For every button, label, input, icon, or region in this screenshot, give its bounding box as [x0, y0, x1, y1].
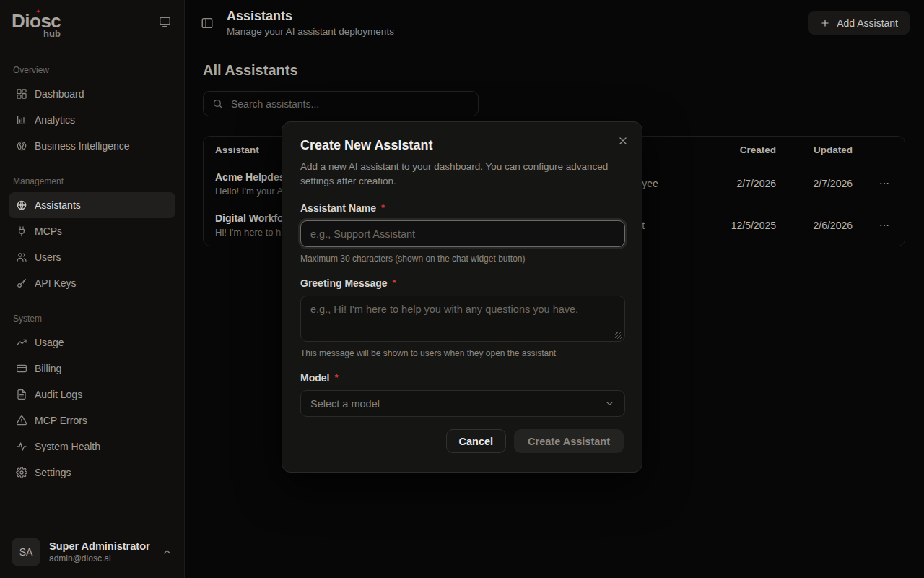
user-menu[interactable]: SA Super Administrator admin@diosc.ai: [0, 526, 184, 578]
created-cell: 2/7/2026: [702, 178, 788, 189]
add-assistant-label: Add Assistant: [837, 17, 898, 29]
model-select-value: Select a model: [310, 398, 380, 410]
chevron-down-icon: [604, 398, 615, 409]
sidebar-item-system-health[interactable]: System Health: [9, 434, 175, 460]
sidebar-item-label: API Keys: [35, 277, 77, 289]
plus-icon: [820, 18, 830, 28]
sidebar-header: Diosc ✦ hub: [9, 12, 175, 46]
sidebar-item-assistants[interactable]: Assistants: [9, 192, 175, 218]
sidebar-item-business-intelligence[interactable]: Business Intelligence: [9, 133, 175, 159]
sidebar-item-settings[interactable]: Settings: [9, 460, 175, 486]
activity-icon: [16, 441, 27, 452]
content-heading: All Assistants: [203, 62, 905, 79]
user-meta: Super Administrator admin@diosc.ai: [49, 540, 153, 564]
row-actions-button[interactable]: [874, 215, 894, 236]
greeting-message-helper: This message will be shown to users when…: [300, 348, 624, 358]
page-title: Assistants: [227, 9, 798, 24]
column-created: Created: [702, 144, 788, 155]
required-asterisk: *: [381, 202, 385, 214]
required-asterisk: *: [393, 277, 396, 289]
sidebar-item-mcp-errors[interactable]: MCP Errors: [9, 407, 175, 434]
page-subtitle: Manage your AI assistant deployments: [227, 26, 798, 37]
sidebar-section-system: System: [13, 314, 171, 324]
updated-cell: 2/7/2026: [788, 178, 864, 189]
create-assistant-modal: Create New Assistant Add a new AI assist…: [282, 121, 642, 473]
sidebar-item-label: MCPs: [35, 225, 62, 237]
column-updated: Updated: [788, 144, 864, 155]
page-header: Assistants Manage your AI assistant depl…: [185, 0, 924, 46]
sidebar-item-label: Audit Logs: [35, 389, 82, 400]
add-assistant-button[interactable]: Add Assistant: [808, 11, 910, 35]
sidebar-item-analytics[interactable]: Analytics: [9, 107, 175, 133]
sidebar-section-management: Management: [13, 176, 171, 186]
modal-title: Create New Assistant: [300, 138, 624, 153]
sidebar: Diosc ✦ hub Overview Dashboard Analytics…: [0, 0, 185, 578]
assistant-name-helper: Maximum 30 characters (shown on the chat…: [300, 254, 624, 264]
sidebar-item-label: Usage: [35, 337, 64, 348]
trending-up-icon: [16, 337, 27, 348]
key-icon: [16, 277, 27, 289]
app-root: Diosc ✦ hub Overview Dashboard Analytics…: [0, 0, 924, 578]
brand-logo: Diosc ✦ hub: [12, 12, 61, 30]
label-text: Assistant Name: [300, 202, 376, 214]
sidebar-item-label: Business Intelligence: [35, 140, 130, 152]
sidebar-item-api-keys[interactable]: API Keys: [9, 270, 175, 296]
modal-close-button[interactable]: [615, 133, 631, 149]
search-icon: [212, 98, 223, 109]
user-name: Super Administrator: [49, 540, 153, 552]
users-icon: [16, 251, 27, 263]
sidebar-item-billing[interactable]: Billing: [9, 355, 175, 381]
row-actions-button[interactable]: [874, 173, 894, 194]
sidebar-item-audit-logs[interactable]: Audit Logs: [9, 381, 175, 407]
brand-sub: hub: [43, 29, 61, 38]
sidebar-item-label: System Health: [35, 441, 100, 452]
dashboard-icon: [16, 88, 27, 100]
greeting-message-textarea[interactable]: [300, 296, 625, 342]
model-select[interactable]: Select a model: [300, 390, 625, 417]
sidebar-item-label: Users: [35, 251, 61, 263]
required-asterisk: *: [334, 372, 338, 384]
brain-icon: [16, 140, 27, 152]
ellipsis-icon: [879, 178, 890, 189]
modal-description: Add a new AI assistant to your dashboard…: [300, 160, 624, 189]
sidebar-item-label: MCP Errors: [35, 415, 87, 426]
display-mode-button[interactable]: [157, 14, 173, 30]
plug-icon: [16, 225, 27, 237]
model-label: Model *: [300, 372, 624, 384]
sidebar-item-dashboard[interactable]: Dashboard: [9, 81, 175, 107]
sidebar-item-label: Settings: [35, 467, 71, 478]
sidebar-item-mcps[interactable]: MCPs: [9, 218, 175, 244]
updated-cell: 2/6/2026: [788, 220, 864, 231]
cancel-button[interactable]: Cancel: [446, 429, 507, 453]
close-icon: [617, 135, 629, 147]
credit-card-icon: [16, 363, 27, 374]
gear-icon: [16, 467, 27, 478]
sidebar-item-users[interactable]: Users: [9, 244, 175, 270]
brand-spark-icon: ✦: [35, 9, 41, 15]
sidebar-item-usage[interactable]: Usage: [9, 329, 175, 355]
sidebar-item-label: Assistants: [35, 199, 81, 211]
sidebar-item-label: Dashboard: [35, 88, 84, 100]
assistant-name-label: Assistant Name *: [300, 202, 624, 214]
sidebar-item-label: Billing: [35, 363, 61, 374]
alert-triangle-icon: [16, 415, 27, 426]
sidebar-toggle-button[interactable]: [198, 14, 217, 33]
sidebar-section-overview: Overview: [13, 65, 171, 75]
greeting-textarea-wrap: [300, 296, 624, 342]
created-cell: 12/5/2025: [702, 220, 788, 231]
file-text-icon: [16, 389, 27, 400]
monitor-icon: [159, 16, 171, 28]
search-input[interactable]: [203, 91, 479, 116]
create-assistant-button[interactable]: Create Assistant: [514, 429, 624, 453]
modal-footer: Cancel Create Assistant: [300, 429, 624, 453]
label-text: Model: [300, 372, 329, 384]
sidebar-item-label: Analytics: [35, 114, 75, 126]
chevron-up-icon: [162, 547, 173, 558]
resize-handle[interactable]: [615, 332, 622, 339]
greeting-message-label: Greeting Message *: [300, 277, 624, 289]
ellipsis-icon: [879, 220, 890, 231]
analytics-icon: [16, 114, 27, 126]
search-box: [203, 91, 479, 116]
title-block: Assistants Manage your AI assistant depl…: [227, 9, 798, 37]
assistant-name-input[interactable]: [300, 220, 625, 247]
